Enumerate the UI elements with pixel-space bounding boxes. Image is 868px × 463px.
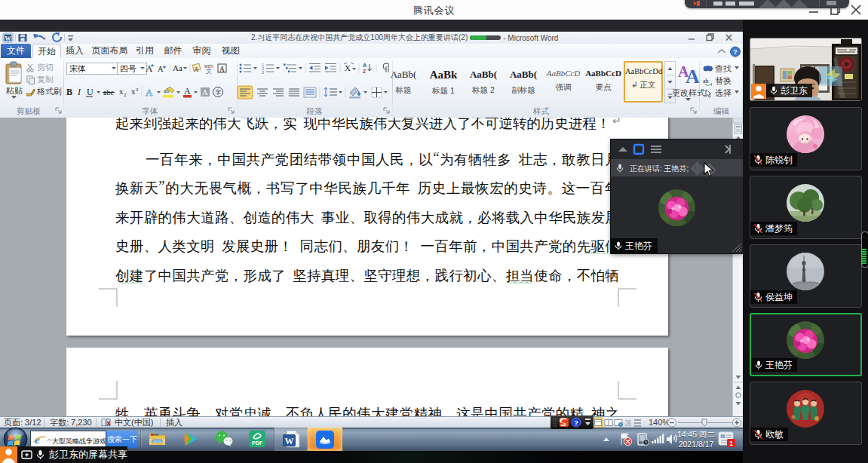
- tab-pagelayout[interactable]: 页面布局: [90, 44, 130, 58]
- ime-panel[interactable]: ?: [551, 415, 593, 429]
- increase-indent-button[interactable]: [325, 64, 336, 72]
- overlay-layout-icon[interactable]: [634, 145, 643, 154]
- font-dialog-launcher[interactable]: [228, 107, 235, 114]
- ime-tray-icon[interactable]: [636, 432, 650, 446]
- style-keypoint[interactable]: AaBbCcD要点: [584, 61, 623, 103]
- select-button[interactable]: 选择: [703, 87, 741, 97]
- zoom-out-button[interactable]: [668, 419, 676, 427]
- proofing-icon[interactable]: [101, 418, 112, 428]
- character-border-button[interactable]: A: [218, 64, 226, 73]
- align-right-button[interactable]: [273, 89, 284, 96]
- superscript-button[interactable]: x2: [131, 87, 139, 96]
- participant-tile-wangyanfen[interactable]: 王艳芬: [750, 313, 862, 376]
- zoom-in-button[interactable]: [733, 419, 741, 427]
- highlight-button[interactable]: ab: [163, 87, 180, 98]
- styles-scroll-down[interactable]: [668, 81, 673, 84]
- shrink-font-button[interactable]: A: [158, 65, 167, 73]
- taskbar-meeting-button[interactable]: [308, 428, 342, 451]
- paragraph-dialog-launcher[interactable]: [383, 107, 390, 114]
- replace-button[interactable]: ab 替换: [703, 75, 741, 85]
- styles-scroll-up[interactable]: [668, 67, 673, 70]
- status-language[interactable]: 中文(中国): [115, 418, 153, 428]
- tab-home[interactable]: 开始: [32, 44, 61, 59]
- distribute-button[interactable]: [304, 87, 316, 97]
- zoom-slider-thumb[interactable]: [702, 419, 707, 426]
- style-heading1[interactable]: AaBk标题 1: [424, 61, 463, 103]
- participant-tile-oumin[interactable]: 欧敏: [750, 382, 862, 445]
- tab-insert[interactable]: 插入: [63, 44, 87, 58]
- view-draft[interactable]: [634, 420, 641, 426]
- taskbar-video-button[interactable]: [174, 428, 207, 451]
- strikethrough-button[interactable]: abc: [103, 88, 115, 97]
- font-name-select[interactable]: 宋体: [66, 63, 118, 75]
- word-app-icon[interactable]: W: [3, 33, 13, 42]
- view-fullscreen[interactable]: [605, 420, 612, 426]
- align-left-button[interactable]: [238, 86, 253, 99]
- enclose-characters-button[interactable]: 字: [213, 87, 223, 97]
- view-outline[interactable]: [625, 421, 631, 425]
- decrease-indent-button[interactable]: [309, 64, 321, 72]
- numbering-button[interactable]: 123: [262, 63, 280, 74]
- redo-button[interactable]: [53, 32, 61, 41]
- action-center-icon[interactable]: [618, 432, 633, 446]
- browse-select-button[interactable]: [736, 393, 741, 397]
- subscript-button[interactable]: x2: [119, 87, 127, 98]
- overlay-hide-icon[interactable]: [725, 145, 730, 154]
- bold-button[interactable]: B: [66, 87, 72, 97]
- notification-app-icon[interactable]: 1: [718, 431, 736, 448]
- tray-expand-arrow[interactable]: [600, 434, 612, 445]
- style-heading2[interactable]: AaBb(标题 2: [464, 61, 503, 103]
- style-normal[interactable]: AaBbCcDd↲ 正文: [624, 61, 663, 103]
- italic-button[interactable]: I: [77, 87, 81, 97]
- overlay-list-icon[interactable]: [651, 146, 661, 152]
- bullets-button[interactable]: [240, 64, 258, 73]
- tab-view[interactable]: 视图: [219, 44, 243, 58]
- undo-button[interactable]: [33, 34, 46, 40]
- overlay-collapse-icon[interactable]: [618, 147, 627, 152]
- paste-button[interactable]: 粘贴: [3, 60, 26, 104]
- participant-tile-pengweidong[interactable]: 彭卫东: [750, 38, 862, 101]
- styles-dialog-launcher[interactable]: [690, 107, 697, 114]
- align-center-button[interactable]: [257, 89, 268, 96]
- grow-font-button[interactable]: A: [146, 63, 155, 74]
- style-subtitle[interactable]: AaBb(副标题: [504, 61, 543, 103]
- underline-button[interactable]: U: [86, 87, 94, 97]
- find-button[interactable]: 查找: [703, 63, 741, 73]
- clipboard-dialog-launcher[interactable]: [55, 107, 62, 114]
- font-size-select[interactable]: 四号: [117, 63, 147, 75]
- floating-video-panel[interactable]: 正在讲话: 王艳芬;: [611, 140, 743, 253]
- browse-next-button[interactable]: [736, 402, 741, 406]
- tab-mailings[interactable]: 邮件: [161, 44, 186, 58]
- tab-file[interactable]: 文件: [1, 44, 31, 58]
- asian-layout-button[interactable]: X: [344, 63, 356, 72]
- search-go-button[interactable]: 搜索一下: [106, 431, 138, 448]
- sort-button[interactable]: A Z: [363, 63, 372, 74]
- tray-clock[interactable]: 14:45 周二 2021/8/17: [675, 430, 717, 449]
- participant-tile-panmengjun[interactable]: 潘梦筠: [750, 176, 862, 239]
- multilevel-list-button[interactable]: [284, 64, 302, 73]
- character-shading-button[interactable]: A: [201, 87, 210, 97]
- change-case-button[interactable]: Aa: [173, 63, 187, 72]
- tab-references[interactable]: 引用: [133, 44, 157, 58]
- view-print-layout[interactable]: [593, 418, 603, 428]
- overlay-resize-grip[interactable]: [732, 243, 742, 253]
- participant-tile-houyikun[interactable]: 侯益坤: [750, 244, 862, 308]
- tab-review[interactable]: 审阅: [189, 44, 214, 58]
- view-web[interactable]: [615, 420, 623, 427]
- status-words[interactable]: 字数: 7,230: [50, 418, 92, 428]
- style-emphasis[interactable]: AaBbCcD强调: [544, 61, 583, 103]
- shading-button[interactable]: [349, 87, 367, 99]
- clear-formatting-button[interactable]: A: [192, 63, 201, 73]
- taskbar-word-button[interactable]: W: [274, 428, 308, 451]
- taskbar-pdf-button[interactable]: PDF: [241, 428, 273, 451]
- phonetic-guide-button[interactable]: wén 文: [204, 63, 213, 74]
- change-styles-button[interactable]: A A 更改样式: [677, 60, 699, 106]
- browse-prev-button[interactable]: [736, 386, 741, 390]
- save-button[interactable]: [19, 35, 26, 41]
- scroll-down-arrow[interactable]: [736, 376, 741, 379]
- status-insert-mode[interactable]: 插入: [166, 418, 182, 428]
- participant-tile-chenruizhao[interactable]: 陈锐钊: [750, 107, 862, 170]
- font-color-button[interactable]: A: [183, 86, 198, 98]
- taskbar-explorer-button[interactable]: [141, 428, 173, 451]
- taskbar-search-box[interactable]: e 大型策略战争游戏: [30, 431, 106, 448]
